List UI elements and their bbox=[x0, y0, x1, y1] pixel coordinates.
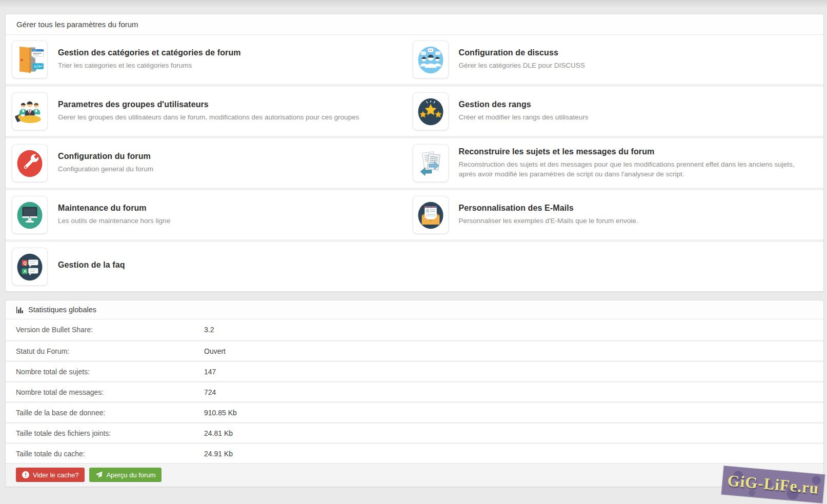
stat-row-statut: Statut du Forum: Ouvert bbox=[6, 340, 823, 360]
faq-icon: Q A bbox=[12, 248, 48, 286]
stat-row-cache: Taille totale du cache: 24.91 Kb bbox=[6, 442, 823, 463]
item-title[interactable]: Reconstruire les sujets et les messages … bbox=[459, 147, 808, 156]
settings-row: Parametres des groupes d'utilisateurs Ge… bbox=[6, 84, 823, 136]
stat-value: 3.2 bbox=[204, 326, 214, 334]
user-groups-icon bbox=[12, 92, 48, 130]
item-title[interactable]: Gestion des catégories et catégories de … bbox=[58, 48, 241, 57]
monitor-icon bbox=[12, 196, 48, 234]
item-desc: Les outils de maintenance hors ligne bbox=[58, 216, 170, 226]
settings-row: Configuration du forum Configuration gen… bbox=[6, 136, 823, 188]
rank-stars-icon bbox=[413, 92, 449, 130]
watermark-text: GiG-LiFe.ru bbox=[727, 471, 819, 497]
rebuild-docs-icon bbox=[413, 144, 449, 182]
item-title[interactable]: Maintenance du forum bbox=[58, 204, 170, 213]
stat-label: Nombre total de messages: bbox=[6, 388, 204, 396]
wrench-icon bbox=[12, 144, 48, 182]
item-title[interactable]: Gestion des rangs bbox=[459, 100, 589, 109]
stat-row-messages: Nombre total de messages: 724 bbox=[6, 381, 823, 401]
stats-header: Statistiques globales bbox=[6, 300, 823, 319]
stat-label: Statut du Forum: bbox=[6, 347, 204, 355]
item-desc: Trier les categories et les catégories f… bbox=[58, 61, 241, 70]
stats-footer: ! Vider le cache? Aperçu du forum bbox=[6, 463, 823, 487]
item-title[interactable]: Configuration de discuss bbox=[459, 48, 585, 57]
stat-value: 24.91 Kb bbox=[204, 450, 233, 458]
paper-plane-icon bbox=[95, 471, 103, 478]
settings-row: Maintenance du forum Les outils de maint… bbox=[6, 188, 823, 239]
svg-text:A: A bbox=[24, 269, 27, 274]
item-title[interactable]: Configuration du forum bbox=[58, 152, 153, 161]
item-desc: Reconstruction des sujets et des message… bbox=[459, 160, 808, 178]
stat-label: Taille de la base de donnee: bbox=[6, 409, 204, 417]
item-desc: Personnaliser les exemples d'E-Mails que… bbox=[459, 216, 638, 226]
item-configuration-discuss[interactable]: Configuration de discuss Gérer les catég… bbox=[407, 35, 823, 84]
stat-value: 147 bbox=[204, 368, 216, 376]
item-configuration-forum[interactable]: Configuration du forum Configuration gen… bbox=[6, 138, 407, 188]
clear-cache-label: Vider le cache? bbox=[33, 471, 78, 479]
stat-value: 24.81 Kb bbox=[204, 429, 233, 437]
item-desc: Gérer les catégories DLE pour DISCUSS bbox=[459, 61, 585, 70]
stat-label: Nombre total de sujets: bbox=[6, 368, 204, 376]
item-maintenance-forum[interactable]: Maintenance du forum Les outils de maint… bbox=[6, 190, 407, 239]
forum-preview-label: Aperçu du forum bbox=[106, 471, 155, 479]
item-reconstruire-sujets[interactable]: Reconstruire les sujets et les messages … bbox=[407, 138, 823, 188]
door-chat-icon: </> bbox=[12, 41, 48, 78]
stat-label: Taille totale du cache: bbox=[6, 450, 204, 458]
discuss-people-icon bbox=[413, 41, 449, 78]
item-gestion-categories[interactable]: </> Gestion des catégories et catégories… bbox=[6, 35, 407, 84]
item-desc: Créer et modifier les rangs des utilisat… bbox=[459, 113, 589, 122]
item-title[interactable]: Parametres des groupes d'utilisateurs bbox=[58, 100, 359, 109]
item-gestion-faq[interactable]: Q A Gestion de la faq bbox=[6, 242, 407, 291]
svg-text:Q: Q bbox=[23, 261, 26, 266]
settings-row: Q A Gestion de la faq bbox=[6, 239, 823, 291]
item-desc: Gerer les groupes des utilisateurs dans … bbox=[58, 113, 359, 122]
stat-label: Version de Bullet Share: bbox=[6, 326, 204, 334]
stat-row-fichiers: Taille totale des fichiers joints: 24.81… bbox=[6, 422, 823, 442]
empty-cell bbox=[407, 242, 823, 291]
clear-cache-button[interactable]: ! Vider le cache? bbox=[16, 468, 85, 482]
item-gestion-rangs[interactable]: Gestion des rangs Créer et modifier les … bbox=[407, 87, 823, 136]
settings-panel: Gérer tous les paramètres du forum bbox=[5, 14, 824, 292]
settings-row: </> Gestion des catégories et catégories… bbox=[6, 35, 823, 84]
item-title[interactable]: Personnalisation des E-Mails bbox=[459, 204, 638, 213]
exclamation-circle-icon: ! bbox=[22, 471, 29, 478]
stat-label: Taille totale des fichiers joints: bbox=[6, 429, 204, 437]
item-groupes-utilisateurs[interactable]: Parametres des groupes d'utilisateurs Ge… bbox=[6, 87, 407, 136]
stat-value: Ouvert bbox=[204, 347, 226, 355]
stats-panel: Statistiques globales Version de Bullet … bbox=[5, 300, 824, 487]
admin-page: Gérer tous les paramètres du forum bbox=[0, 0, 827, 504]
forum-preview-button[interactable]: Aperçu du forum bbox=[89, 468, 162, 482]
stat-value: 910.85 Kb bbox=[204, 409, 237, 417]
bar-chart-icon bbox=[16, 306, 24, 314]
item-personnalisation-emails[interactable]: Personnalisation des E-Mails Personnalis… bbox=[407, 190, 823, 239]
item-desc: Configuration general du forum bbox=[58, 165, 153, 174]
stat-row-version: Version de Bullet Share: 3.2 bbox=[6, 319, 823, 340]
panel-title: Gérer tous les paramètres du forum bbox=[6, 14, 823, 35]
stats-title: Statistiques globales bbox=[28, 306, 96, 314]
email-icon bbox=[413, 196, 449, 234]
stat-row-base: Taille de la base de donnee: 910.85 Kb bbox=[6, 401, 823, 422]
stat-row-sujets: Nombre total de sujets: 147 bbox=[6, 360, 823, 381]
stat-value: 724 bbox=[204, 388, 216, 396]
item-title[interactable]: Gestion de la faq bbox=[58, 260, 125, 270]
